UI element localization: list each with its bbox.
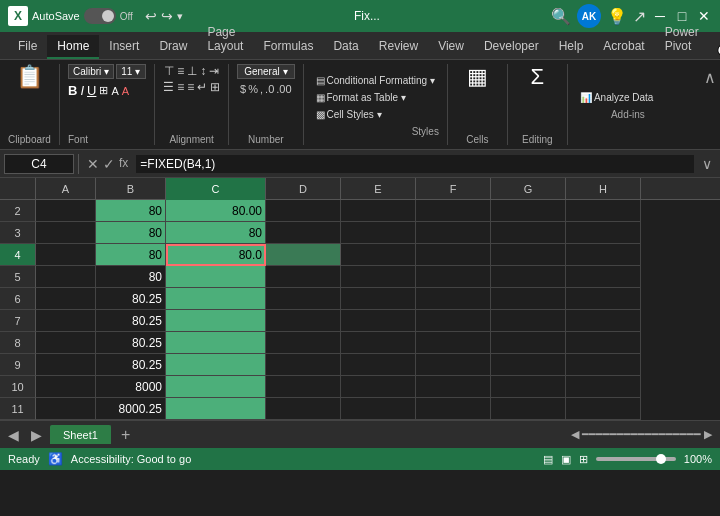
cell-b10[interactable]: 8000 xyxy=(96,376,166,398)
cancel-formula-icon[interactable]: ✕ xyxy=(87,156,99,172)
cell-d2[interactable] xyxy=(266,200,341,222)
sheet-prev-button[interactable]: ◀ xyxy=(4,427,23,443)
cell-a4[interactable] xyxy=(36,244,96,266)
font-family-dropdown[interactable]: Calibri ▾ xyxy=(68,64,114,79)
cell-e8[interactable] xyxy=(341,332,416,354)
cell-c5[interactable] xyxy=(166,266,266,288)
cell-c11[interactable] xyxy=(166,398,266,420)
cell-a2[interactable] xyxy=(36,200,96,222)
cell-d11[interactable] xyxy=(266,398,341,420)
cell-f6[interactable] xyxy=(416,288,491,310)
cell-g6[interactable] xyxy=(491,288,566,310)
cell-h9[interactable] xyxy=(566,354,641,376)
cell-g9[interactable] xyxy=(491,354,566,376)
cell-c3[interactable]: 80 xyxy=(166,222,266,244)
cell-a7[interactable] xyxy=(36,310,96,332)
col-header-c[interactable]: C xyxy=(166,178,266,200)
cell-h7[interactable] xyxy=(566,310,641,332)
analyze-data-button[interactable]: 📊 Analyze Data xyxy=(576,90,680,105)
cell-c2[interactable]: 80.00 xyxy=(166,200,266,222)
cell-h10[interactable] xyxy=(566,376,641,398)
row-num-11[interactable]: 11 xyxy=(0,398,36,420)
cell-g11[interactable] xyxy=(491,398,566,420)
merge-button[interactable]: ⊞ xyxy=(210,80,220,94)
cell-b9[interactable]: 80.25 xyxy=(96,354,166,376)
cell-a10[interactable] xyxy=(36,376,96,398)
col-header-e[interactable]: E xyxy=(341,178,416,200)
add-sheet-button[interactable]: + xyxy=(115,426,136,444)
cell-d6[interactable] xyxy=(266,288,341,310)
cell-e7[interactable] xyxy=(341,310,416,332)
cell-f10[interactable] xyxy=(416,376,491,398)
cell-a11[interactable] xyxy=(36,398,96,420)
share-icon[interactable]: ↗ xyxy=(633,7,646,26)
undo-icon[interactable]: ↩ xyxy=(145,8,157,24)
cell-a6[interactable] xyxy=(36,288,96,310)
redo-icon[interactable]: ↪ xyxy=(161,8,173,24)
view-normal-icon[interactable]: ▤ xyxy=(543,453,553,466)
align-middle-button[interactable]: ≡ xyxy=(177,64,184,78)
underline-button[interactable]: U xyxy=(87,83,96,98)
cell-e6[interactable] xyxy=(341,288,416,310)
text-direction-button[interactable]: ↕ xyxy=(200,64,206,78)
row-num-9[interactable]: 9 xyxy=(0,354,36,376)
cell-b4[interactable]: 80 xyxy=(96,244,166,266)
tab-draw[interactable]: Draw xyxy=(149,35,197,59)
cell-d7[interactable] xyxy=(266,310,341,332)
cell-f8[interactable] xyxy=(416,332,491,354)
cell-d4[interactable] xyxy=(266,244,341,266)
cell-f4[interactable] xyxy=(416,244,491,266)
cell-d8[interactable] xyxy=(266,332,341,354)
percent-button[interactable]: % xyxy=(248,83,258,95)
cell-a8[interactable] xyxy=(36,332,96,354)
cell-f11[interactable] xyxy=(416,398,491,420)
cell-c10[interactable] xyxy=(166,376,266,398)
tab-insert[interactable]: Insert xyxy=(99,35,149,59)
cell-b2[interactable]: 80 xyxy=(96,200,166,222)
cell-ref-input[interactable]: C4 xyxy=(4,154,74,174)
cell-c6[interactable] xyxy=(166,288,266,310)
tab-formulas[interactable]: Formulas xyxy=(253,35,323,59)
font-color-button[interactable]: A xyxy=(122,85,129,97)
conditional-formatting-button[interactable]: ▤ Conditional Formatting ▾ xyxy=(312,73,439,88)
cell-d3[interactable] xyxy=(266,222,341,244)
cell-c8[interactable] xyxy=(166,332,266,354)
view-page-layout-icon[interactable]: ▣ xyxy=(561,453,571,466)
cell-d9[interactable] xyxy=(266,354,341,376)
cell-g10[interactable] xyxy=(491,376,566,398)
cell-g3[interactable] xyxy=(491,222,566,244)
formula-bar-expand-button[interactable]: ∨ xyxy=(698,156,716,172)
tab-developer[interactable]: Developer xyxy=(474,35,549,59)
row-num-7[interactable]: 7 xyxy=(0,310,36,332)
search-icon[interactable]: 🔍 xyxy=(551,7,571,26)
wrap-text-button[interactable]: ↵ xyxy=(197,80,207,94)
cell-d10[interactable] xyxy=(266,376,341,398)
cell-f2[interactable] xyxy=(416,200,491,222)
cell-e5[interactable] xyxy=(341,266,416,288)
cell-c4[interactable]: 80.0 xyxy=(166,244,266,266)
row-num-10[interactable]: 10 xyxy=(0,376,36,398)
cell-h8[interactable] xyxy=(566,332,641,354)
cell-b3[interactable]: 80 xyxy=(96,222,166,244)
autosave-toggle[interactable] xyxy=(84,8,116,24)
col-header-b[interactable]: B xyxy=(96,178,166,200)
cell-b6[interactable]: 80.25 xyxy=(96,288,166,310)
comma-button[interactable]: , xyxy=(260,83,263,95)
tab-acrobat[interactable]: Acrobat xyxy=(593,35,654,59)
cell-a9[interactable] xyxy=(36,354,96,376)
cell-b7[interactable]: 80.25 xyxy=(96,310,166,332)
tab-file[interactable]: File xyxy=(8,35,47,59)
tab-help[interactable]: Help xyxy=(549,35,594,59)
sheet-next-button[interactable]: ▶ xyxy=(27,427,46,443)
align-top-button[interactable]: ⊤ xyxy=(164,64,174,78)
tab-page-layout[interactable]: Page Layout xyxy=(197,21,253,59)
editing-button[interactable]: Σ xyxy=(517,64,557,90)
view-page-break-icon[interactable]: ⊞ xyxy=(579,453,588,466)
cell-c7[interactable] xyxy=(166,310,266,332)
sheet-tab-sheet1[interactable]: Sheet1 xyxy=(50,425,111,444)
decrease-decimal-button[interactable]: .00 xyxy=(276,83,291,95)
currency-button[interactable]: $ xyxy=(240,83,246,95)
cell-e2[interactable] xyxy=(341,200,416,222)
cell-a5[interactable] xyxy=(36,266,96,288)
italic-button[interactable]: I xyxy=(80,83,84,98)
